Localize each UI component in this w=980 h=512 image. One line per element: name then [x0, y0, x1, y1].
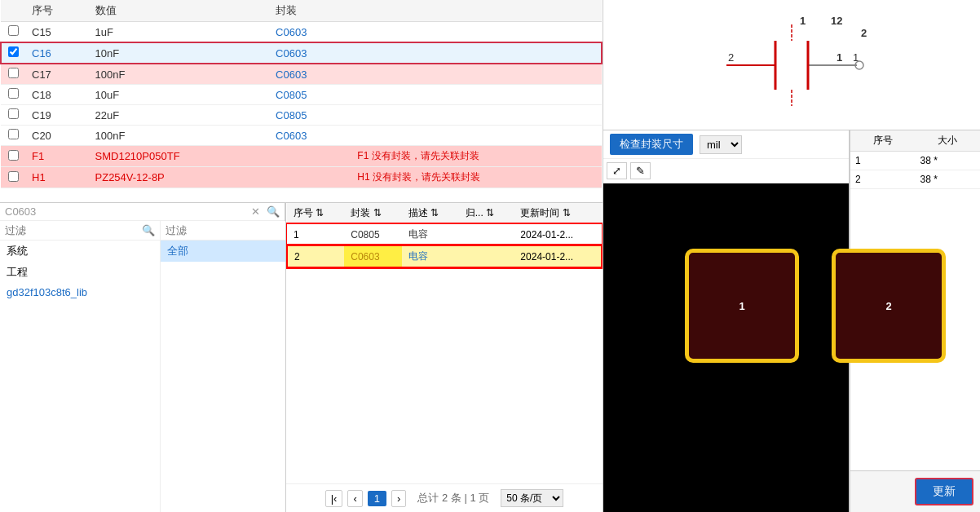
check-cell[interactable] [1, 167, 25, 188]
canvas-toolbar: ⤢ ✎ [603, 159, 849, 183]
fp-table: 序号 ⇅ 封装 ⇅ 描述 ⇅ 归... ⇅ 更新时间 ⇅ 1 C0805 电容 … [286, 203, 603, 268]
comp-checkbox[interactable] [8, 25, 19, 36]
col-error [351, 0, 602, 22]
footprint-table-panel: 序号 ⇅ 封装 ⇅ 描述 ⇅ 归... ⇅ 更新时间 ⇅ 1 C0805 电容 … [285, 202, 603, 512]
current-page[interactable]: 1 [368, 491, 386, 506]
prev-page-btn[interactable]: ‹ [347, 490, 362, 507]
comp-footprint: C0603 [269, 126, 351, 146]
comp-value: 10nF [89, 42, 270, 64]
next-page-btn[interactable]: › [391, 490, 406, 507]
fp-table-row[interactable]: 1 C0805 电容 2024-01-2... [287, 224, 602, 246]
filter-col1-search-icon[interactable]: 🔍 [142, 224, 155, 236]
pad-table-header: 序号 大小 [850, 130, 980, 152]
comp-tbody: C15 1uF C0603 C16 10nF C0603 C17 100nF C… [1, 22, 602, 188]
comp-value: 10uF [89, 85, 270, 105]
check-cell[interactable] [1, 105, 25, 126]
check-cell[interactable] [1, 126, 25, 146]
pad-col-size: 大小 [916, 130, 981, 152]
check-size-btn[interactable]: 检查封装尺寸 [610, 134, 693, 155]
fp-attribution [459, 245, 514, 267]
pad-table: 序号 大小 1 38 * 2 38 * [850, 130, 980, 189]
fp-col-seq: 序号 ⇅ [287, 203, 344, 224]
comp-footprint: C0805 [269, 105, 351, 126]
comp-id: C15 [25, 22, 89, 43]
comp-checkbox[interactable] [8, 129, 19, 139]
comp-footprint: C0603 [269, 22, 351, 43]
comp-checkbox[interactable] [8, 68, 19, 78]
comp-id: C20 [25, 126, 89, 146]
filter-col1-input[interactable] [5, 224, 142, 236]
edit-btn[interactable]: ✎ [630, 162, 651, 179]
comp-error [351, 85, 602, 105]
col-footprint: 封装 [269, 0, 351, 22]
per-page-select[interactable]: 50 条/页 100 条/页 [501, 489, 563, 507]
footprint-search-input[interactable] [5, 205, 248, 218]
fp-seq: 2 [287, 245, 344, 267]
comp-error [351, 42, 602, 64]
filter-col2-input[interactable] [166, 224, 302, 236]
col-check [1, 0, 25, 22]
top-section: 序号 数值 封装 C15 1uF C0603 C16 10nF C0603 [0, 0, 603, 202]
fp-update-time: 2024-01-2... [514, 224, 602, 246]
fp-table-row[interactable]: 2 C0603 电容 2024-01-2... [287, 245, 602, 267]
first-page-btn[interactable]: |‹ [325, 490, 343, 507]
fp-table-scroll: 序号 ⇅ 封装 ⇅ 描述 ⇅ 归... ⇅ 更新时间 ⇅ 1 C0805 电容 … [286, 203, 603, 483]
comp-checkbox[interactable] [8, 108, 19, 119]
comp-checkbox[interactable] [8, 171, 19, 182]
check-cell[interactable] [1, 22, 25, 43]
bottom-left: ✕ 🔍 🔍 系统 工程 gd32f103c8t6_lib [0, 202, 285, 512]
fp-description: 电容 [402, 224, 459, 246]
filter-item-system[interactable]: 系统 [0, 241, 160, 262]
search-row: ✕ 🔍 [0, 203, 285, 221]
footprint-preview-panel: 检查封装尺寸 mil mm ⤢ ✎ 1 [603, 130, 850, 512]
comp-checkbox[interactable] [8, 46, 19, 57]
comp-id: C19 [25, 105, 89, 126]
clear-search-icon[interactable]: ✕ [251, 205, 260, 218]
check-cell[interactable] [1, 146, 25, 167]
table-row[interactable]: C16 10nF C0603 [1, 42, 602, 64]
svg-text:2: 2 [861, 27, 867, 39]
search-icon[interactable]: 🔍 [267, 205, 280, 218]
fp-col-attr: 归... ⇅ [459, 203, 514, 224]
check-cell[interactable] [1, 42, 25, 64]
pad-size: 38 * [916, 152, 981, 170]
expand-btn[interactable]: ⤢ [607, 162, 627, 179]
table-row[interactable]: F1 SMD1210P050TF F1 没有封装，请先关联封装 [1, 146, 602, 167]
filter-item-project[interactable]: 工程 [0, 262, 160, 283]
table-row[interactable]: C17 100nF C0603 [1, 64, 602, 85]
fp-preview-toolbar: 检查封装尺寸 mil mm [603, 130, 849, 159]
table-row[interactable]: H1 PZ254V-12-8P H1 没有封装，请先关联封装 [1, 167, 602, 188]
comp-checkbox[interactable] [8, 150, 19, 161]
comp-footprint [269, 167, 351, 188]
table-row[interactable]: C19 22uF C0805 [1, 105, 602, 126]
main-container: 序号 数值 封装 C15 1uF C0603 C16 10nF C0603 [0, 0, 980, 512]
comp-error [351, 22, 602, 43]
fp-col-desc: 描述 ⇅ [402, 203, 459, 224]
fp-footprint: C0805 [344, 224, 401, 246]
fp-unit-select[interactable]: mil mm [700, 135, 742, 154]
fp-description: 电容 [402, 245, 459, 267]
comp-id: C18 [25, 85, 89, 105]
fp-pagination: |‹ ‹ 1 › 总计 2 条 | 1 页 50 条/页 100 条/页 [286, 483, 603, 512]
comp-footprint [269, 146, 351, 167]
comp-footprint: C0805 [269, 85, 351, 105]
library-link[interactable]: gd32f103c8t6_lib [0, 283, 160, 302]
pad-col-seq: 序号 [850, 130, 916, 152]
table-row[interactable]: C18 10uF C0805 [1, 85, 602, 105]
svg-text:1: 1 [837, 51, 842, 64]
fp-pad-2: 2 [832, 249, 946, 363]
update-button[interactable]: 更新 [915, 478, 973, 505]
pad-seq: 2 [850, 170, 916, 189]
comp-error: H1 没有封装，请先关联封装 [351, 167, 602, 188]
table-row[interactable]: C15 1uF C0603 [1, 22, 602, 43]
comp-checkbox[interactable] [8, 88, 19, 99]
check-cell[interactable] [1, 85, 25, 105]
pad-seq: 1 [850, 152, 916, 170]
check-cell[interactable] [1, 64, 25, 85]
fp-col-time: 更新时间 ⇅ [514, 203, 602, 224]
comp-value: 100nF [89, 64, 270, 85]
fp-update-time: 2024-01-2... [514, 245, 602, 267]
table-row[interactable]: C20 100nF C0603 [1, 126, 602, 146]
fp-attribution [459, 224, 514, 246]
pagination-info: 总计 2 条 | 1 页 [417, 491, 489, 505]
